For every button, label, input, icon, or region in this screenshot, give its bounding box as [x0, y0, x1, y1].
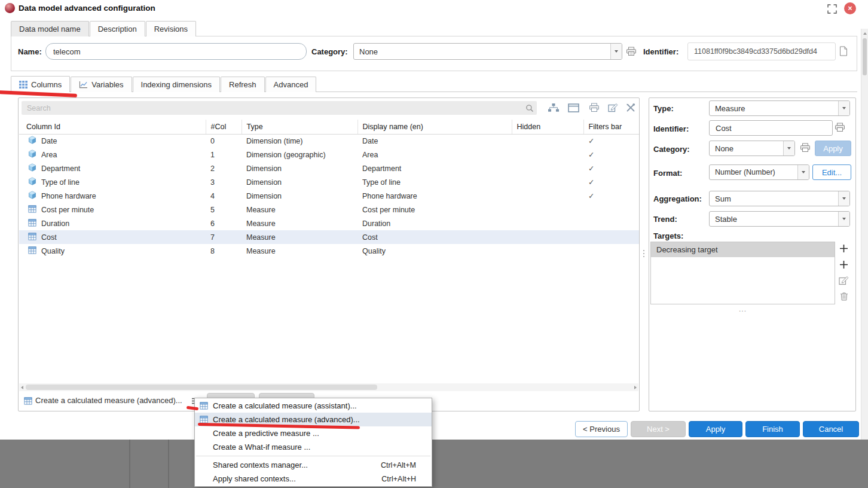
edit-target-icon[interactable]	[838, 275, 849, 285]
cancel-button[interactable]: Cancel	[803, 421, 859, 437]
table-row[interactable]: Phone hardware 4 Dimension Phone hardwar…	[19, 189, 639, 203]
scrollbar-thumb[interactable]	[863, 38, 867, 75]
tab-data-model-name[interactable]: Data model name	[11, 21, 89, 36]
caret-shape	[802, 171, 805, 173]
cell-type: Measure	[242, 230, 357, 244]
menu-item-label: Shared contexts manager...	[213, 460, 308, 469]
cell-type: Dimension	[242, 161, 357, 175]
edit-format-button[interactable]: Edit...	[812, 164, 851, 180]
add-target-icon[interactable]	[839, 243, 848, 253]
search-input[interactable]	[22, 101, 537, 115]
menu-item-label: Create a calculated measure (assistant).…	[213, 401, 357, 410]
type-select[interactable]: Measure	[709, 100, 850, 116]
scroll-right-icon[interactable]	[634, 386, 637, 389]
table-row[interactable]: Area 1 Dimension (geographic) Area ✓	[19, 148, 639, 161]
format-select[interactable]: Number (Number)	[709, 164, 809, 180]
cell-col: 7	[206, 230, 242, 244]
menu-item-shared-contexts-manager[interactable]: Shared contexts manager... Ctrl+Alt+M	[195, 458, 432, 472]
add-target-icon[interactable]	[839, 260, 848, 269]
create-calculated-measure-button[interactable]: Create a calculated measure (advanced)..…	[35, 396, 182, 405]
tab-indexing-dimensions[interactable]: Indexing dimensions	[133, 77, 221, 92]
panel-view-icon[interactable]	[567, 102, 580, 113]
chevron-down-icon[interactable]	[838, 191, 849, 206]
table-row-selected[interactable]: Cost 7 Measure Cost	[19, 230, 639, 244]
copy-identifier-icon[interactable]	[838, 45, 848, 56]
table-row[interactable]: Department 2 Dimension Department ✓	[19, 161, 639, 175]
chevron-down-icon[interactable]	[783, 141, 794, 155]
scroll-left-icon[interactable]	[21, 386, 23, 389]
cell-display-name: Department	[357, 161, 512, 175]
tab-refresh[interactable]: Refresh	[221, 77, 265, 92]
data-model-config-dialog: Data model advanced configuration × Data…	[0, 0, 868, 440]
tab-label: Description	[98, 25, 137, 33]
trend-select[interactable]: Stable	[709, 211, 850, 227]
name-input[interactable]	[45, 43, 307, 60]
menu-item-create-assistant[interactable]: Create a calculated measure (assistant).…	[195, 399, 432, 413]
close-icon[interactable]: ×	[844, 2, 856, 14]
prop-type-label: Type:	[653, 104, 674, 113]
category-manager-icon[interactable]	[625, 46, 637, 57]
identifier-value[interactable]: 11081ff0f9bc3849cd3375d6bd29dfd4	[687, 42, 836, 60]
tab-variables[interactable]: Variables	[71, 77, 132, 92]
table-row[interactable]: Type of line 3 Dimension Type of line ✓	[19, 175, 639, 189]
window-title: Data model advanced configuration	[19, 4, 155, 13]
print-icon[interactable]	[588, 102, 601, 113]
edit-icon[interactable]	[606, 102, 619, 113]
horizontal-scrollbar[interactable]	[19, 383, 638, 391]
printer-icon[interactable]	[834, 122, 846, 133]
aggregation-value: Sum	[715, 194, 731, 203]
header-filters-bar[interactable]: Filters bar	[583, 120, 639, 134]
previous-button[interactable]: < Previous	[575, 421, 628, 437]
menu-item-create-whatif[interactable]: Create a What-if measure ...	[195, 440, 432, 454]
table-row[interactable]: Quality 8 Measure Quality	[19, 244, 639, 258]
splitter-handle[interactable]	[641, 245, 646, 262]
measure-icon	[200, 416, 209, 423]
table-row[interactable]: Duration 6 Measure Duration	[19, 216, 639, 230]
aggregation-select[interactable]: Sum	[709, 191, 850, 206]
cell-display-name: Duration	[357, 216, 512, 230]
chevron-down-icon[interactable]	[838, 212, 849, 226]
tab-columns[interactable]: Columns	[11, 76, 70, 92]
prop-identifier-input[interactable]: Cost	[709, 120, 833, 136]
finish-button[interactable]: Finish	[745, 421, 800, 437]
printer-icon[interactable]	[799, 142, 811, 153]
header-column-id[interactable]: Column Id	[19, 120, 206, 134]
prop-category-select[interactable]: None	[709, 141, 795, 156]
tab-description[interactable]: Description	[90, 21, 145, 36]
next-button[interactable]: Next >	[631, 421, 686, 437]
maximize-icon[interactable]	[827, 4, 838, 14]
header-hidden[interactable]: Hidden	[512, 120, 583, 134]
delete-target-icon[interactable]	[839, 291, 848, 301]
hierarchy-view-icon[interactable]	[547, 102, 560, 114]
apply-category-button[interactable]: Apply	[815, 141, 851, 156]
scroll-up-icon[interactable]	[863, 32, 867, 35]
chart-icon	[79, 81, 88, 89]
table-row[interactable]: Cost per minute 5 Measure Cost per minut…	[19, 203, 639, 216]
caret-shape	[787, 147, 791, 150]
tools-icon[interactable]	[624, 102, 637, 113]
target-item[interactable]: Decreasing target	[651, 242, 835, 257]
table-row[interactable]: Date 0 Dimension (time) Date ✓	[19, 134, 639, 148]
apply-button[interactable]: Apply	[689, 421, 742, 437]
header-col-number[interactable]: #Col	[206, 120, 242, 134]
tab-revisions[interactable]: Revisions	[146, 21, 196, 36]
cell-display-name: Phone hardware	[357, 189, 512, 203]
cell-hidden	[512, 148, 583, 161]
menu-item-create-predictive[interactable]: Create a predictive measure ...	[195, 426, 432, 440]
scrollbar-thumb[interactable]	[26, 385, 377, 390]
menu-item-apply-shared-contexts[interactable]: Apply shared contexts... Ctrl+Alt+H	[195, 472, 432, 486]
measure-icon	[28, 219, 36, 228]
tab-advanced[interactable]: Advanced	[265, 77, 317, 92]
chevron-down-icon[interactable]	[797, 165, 809, 179]
screen: Data model advanced configuration × Data…	[0, 0, 868, 488]
menu-item-label: Create a What-if measure ...	[213, 443, 310, 452]
page-scrollbar[interactable]	[861, 29, 868, 440]
tab-label: Advanced	[274, 80, 308, 89]
cell-filters-bar	[583, 244, 639, 258]
category-select[interactable]: None	[353, 43, 622, 60]
chevron-down-icon[interactable]	[838, 101, 849, 115]
splitter-dot	[643, 256, 644, 257]
header-type[interactable]: Type	[242, 120, 357, 134]
header-display-name[interactable]: Display name (en)	[357, 120, 512, 134]
chevron-down-icon[interactable]	[610, 44, 622, 59]
